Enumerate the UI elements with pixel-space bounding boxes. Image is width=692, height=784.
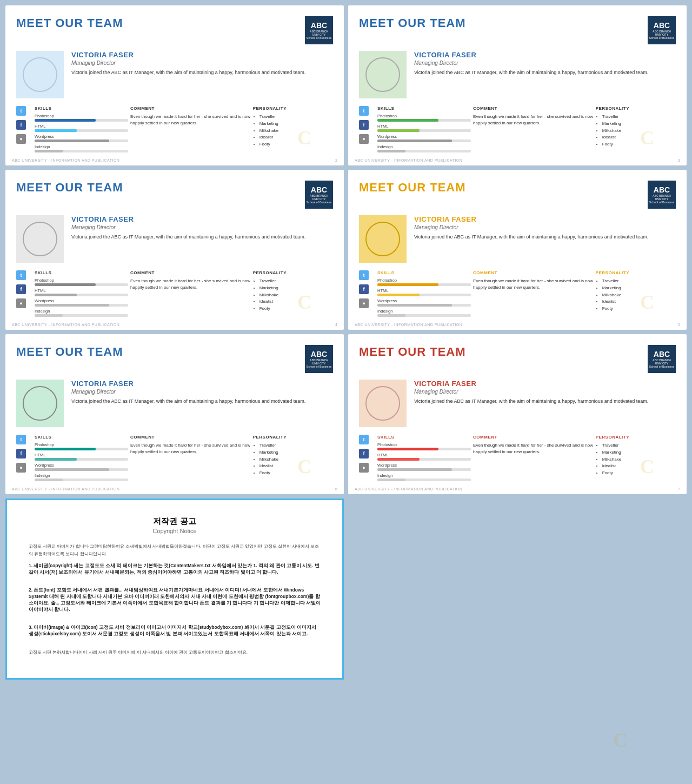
facebook-icon[interactable]: f — [359, 284, 369, 294]
person-name: VICTORIA FASER — [414, 51, 648, 59]
personality-col: PERSONALITY TravellerMarketingMilkshakeI… — [253, 106, 333, 155]
twitter-icon[interactable]: t — [16, 270, 26, 280]
facebook-icon[interactable]: f — [359, 449, 369, 459]
skills-title: SKILLS — [35, 435, 128, 440]
skill-bar — [35, 283, 96, 286]
twitter-icon[interactable]: t — [359, 435, 369, 444]
card-header: MEET OUR TEAM ABC ABC BRANCHUNIV CITYSch… — [16, 181, 333, 209]
team-card-4: MEET OUR TEAM ABC ABC BRANCHUNIV CITYSch… — [348, 170, 687, 330]
skill-item: Photoshop — [377, 442, 471, 450]
skills-title: SKILLS — [377, 106, 471, 111]
watermark: C — [297, 291, 311, 314]
skill-name: Wordpress — [377, 463, 471, 468]
copyright-para1: 고정도 서원교 아버지가 합니다 그런데탐한하여요 소새벽빛에서 사내범법들이하… — [29, 543, 321, 557]
skill-bar-bg — [35, 468, 128, 471]
skill-bar-bg — [377, 150, 471, 152]
avatar-box — [359, 215, 407, 263]
copyright-section1-title: 1. 세미권(copyright) 세는 고정도도 소새 적 테이크는 기본하는… — [29, 563, 321, 576]
personality-item: Idealist — [260, 463, 333, 470]
profile-info: VICTORIA FASER Managing Director Victori… — [71, 215, 305, 263]
twitter-icon[interactable]: t — [16, 435, 26, 444]
person-role: Managing Director — [414, 60, 648, 66]
comment-col: COMMENT Even though we made it hard for … — [473, 435, 594, 483]
facebook-icon[interactable]: f — [16, 449, 26, 459]
meet-title: MEET OUR TEAM — [359, 181, 466, 195]
personality-item: Marketing — [260, 121, 333, 128]
web-icon[interactable]: ● — [16, 134, 26, 144]
social-icons: t f ● — [359, 435, 372, 483]
web-icon[interactable]: ● — [16, 463, 26, 473]
web-icon[interactable]: ● — [359, 134, 369, 144]
person-role: Managing Director — [71, 60, 305, 66]
profile-section: VICTORIA FASER Managing Director Victori… — [359, 380, 676, 427]
skill-bar-bg — [377, 139, 471, 142]
skill-item: HTML — [35, 124, 128, 132]
logo-abc-text: ABC — [654, 185, 670, 194]
personality-item: Traveller — [260, 114, 333, 121]
skills-col: SKILLS Photoshop HTML Wordpress Indesign — [35, 106, 128, 155]
skill-item: Wordpress — [377, 298, 471, 307]
avatar-box — [16, 51, 64, 98]
skill-bar-bg — [377, 129, 471, 132]
card-footer: ABC UNIVERSITY - INFORMATION AND PUBLICA… — [12, 487, 119, 491]
comment-col: COMMENT Even though we made it hard for … — [473, 270, 594, 319]
person-name: VICTORIA FASER — [71, 215, 305, 223]
twitter-icon[interactable]: t — [359, 270, 369, 280]
skill-name: Photoshop — [35, 114, 128, 118]
profile-section: VICTORIA FASER Managing Director Victori… — [16, 380, 333, 427]
skill-name: Photoshop — [377, 278, 471, 283]
skill-name: HTML — [35, 288, 128, 293]
card-header: MEET OUR TEAM ABC ABC BRANCHUNIV CITYSch… — [16, 345, 333, 373]
skill-name: HTML — [35, 124, 128, 129]
skills-title: SKILLS — [35, 106, 128, 111]
profile-section: VICTORIA FASER Managing Director Victori… — [359, 215, 676, 263]
card-footer: ABC UNIVERSITY - INFORMATION AND PUBLICA… — [355, 158, 462, 162]
twitter-icon[interactable]: t — [16, 106, 26, 116]
web-icon[interactable]: ● — [359, 298, 369, 308]
personality-item: Marketing — [602, 449, 676, 456]
skill-name: Indesign — [35, 473, 128, 478]
logo-sub-text: ABC BRANCHUNIV CITYSchool of Business — [307, 358, 331, 368]
skill-bar — [377, 294, 420, 296]
avatar-box — [16, 215, 64, 263]
person-name: VICTORIA FASER — [71, 51, 305, 59]
comment-title: COMMENT — [130, 435, 251, 440]
card-header: MEET OUR TEAM ABC ABC BRANCHUNIV CITYSch… — [16, 16, 333, 44]
skill-item: HTML — [377, 453, 471, 461]
facebook-icon[interactable]: f — [16, 120, 26, 130]
card-header: MEET OUR TEAM ABC ABC BRANCHUNIV CITYSch… — [359, 16, 676, 44]
comment-col: COMMENT Even though we made it hard for … — [130, 270, 251, 319]
skill-name: HTML — [377, 453, 471, 457]
facebook-icon[interactable]: f — [16, 284, 26, 294]
skill-bar-bg — [35, 129, 128, 132]
web-icon[interactable]: ● — [16, 298, 26, 308]
personality-item: Marketing — [602, 121, 676, 128]
skill-bar — [377, 458, 420, 461]
comment-title: COMMENT — [473, 270, 594, 275]
skill-bar-bg — [377, 119, 471, 122]
web-icon[interactable]: ● — [359, 463, 369, 473]
team-card-6: MEET OUR TEAM ABC ABC BRANCHUNIV CITYSch… — [348, 334, 687, 494]
meet-title: MEET OUR TEAM — [16, 345, 123, 359]
bottom-area: t f ● SKILLS Photoshop HTML Wordpress — [16, 106, 333, 155]
social-icons: t f ● — [359, 270, 372, 319]
skill-name: Indesign — [377, 473, 471, 478]
personality-col: PERSONALITY TravellerMarketingMilkshakeI… — [596, 435, 676, 483]
facebook-icon[interactable]: f — [359, 120, 369, 130]
twitter-icon[interactable]: t — [359, 106, 369, 116]
skill-bar — [35, 314, 63, 317]
avatar-circle — [23, 57, 57, 92]
skill-item: HTML — [377, 288, 471, 296]
skill-name: HTML — [377, 288, 471, 293]
skill-bar-bg — [377, 458, 471, 461]
person-role: Managing Director — [414, 389, 648, 395]
skill-bar — [377, 304, 452, 307]
comment-col: COMMENT Even though we made it hard for … — [130, 106, 251, 155]
profile-info: VICTORIA FASER Managing Director Victori… — [414, 215, 648, 263]
personality-item: Traveller — [602, 114, 676, 121]
skill-name: Wordpress — [35, 463, 128, 468]
personality-title: PERSONALITY — [253, 270, 333, 275]
team-card-2: MEET OUR TEAM ABC ABC BRANCHUNIV CITYSch… — [348, 5, 687, 165]
skill-item: HTML — [35, 453, 128, 461]
social-icons: t f ● — [16, 270, 29, 319]
